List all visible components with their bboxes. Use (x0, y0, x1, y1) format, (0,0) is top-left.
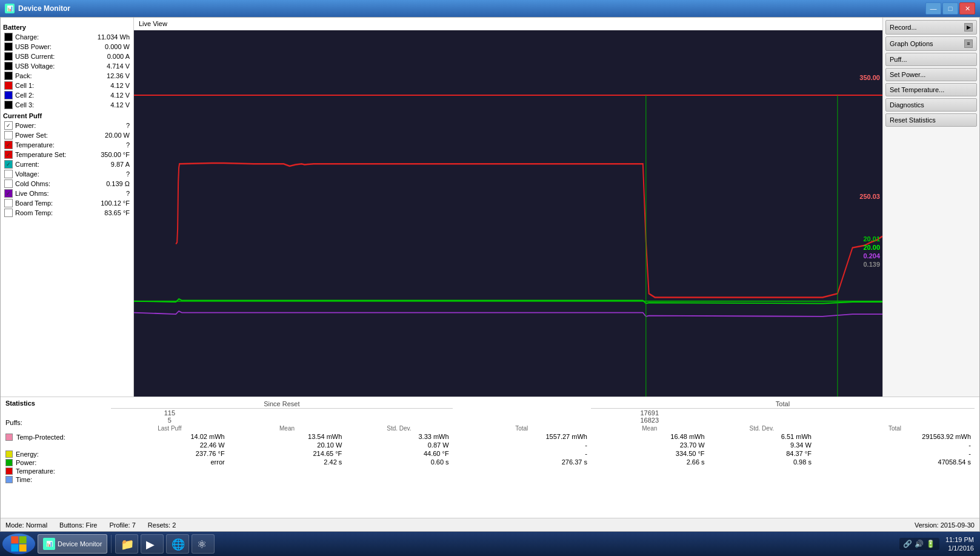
graph-canvas: 350.00 250.03 20.01 20.00 0.204 0.139 (134, 30, 882, 397)
sidebar: Battery Charge: 11.034 Wh USB Power: 0.0… (1, 18, 134, 397)
set-power-label: Set Power... (890, 71, 925, 78)
usb-power-value: 0.000 W (93, 43, 130, 50)
cell3-color (4, 101, 13, 109)
power-row: 22.46 W 20.10 W 0.87 W - 23.70 W 9.34 W … (90, 441, 975, 449)
temperature-row: 237.76 °F 214.65 °F 44.60 °F - 334.50 °F… (90, 449, 975, 458)
cold-ohms-checkbox[interactable] (4, 179, 13, 188)
total-header: Total (591, 400, 975, 409)
atom-icon: ⚛ (197, 538, 209, 550)
taskbar-media[interactable]: ▶ (141, 534, 164, 554)
cell2-color (4, 91, 13, 99)
right-panel: Record... ▶ Graph Options ≡ Puff... Set … (882, 18, 979, 397)
power-set-value: 20.00 W (93, 132, 130, 139)
usb-voltage-color (4, 62, 13, 70)
current-puff-section-title: Current Puff (3, 112, 131, 119)
clock-date: 1/1/2016 (945, 544, 974, 552)
room-temp-checkbox[interactable] (4, 209, 13, 217)
graph-options-label: Graph Options (890, 40, 933, 47)
taskbar-right: 🔗 🔊 🔋 11:19 PM 1/1/2016 (899, 535, 978, 553)
system-clock[interactable]: 11:19 PM 1/1/2016 (942, 535, 978, 553)
taskbar-browser[interactable]: 🌐 (166, 534, 189, 554)
sidebar-row-temperature: Temperature: ? (3, 140, 131, 150)
reset-statistics-button[interactable]: Reset Statistics (885, 113, 977, 127)
sidebar-row-usb-power: USB Power: 0.000 W (3, 42, 131, 52)
sidebar-row-temperature-set: Temperature Set: 350.00 °F (3, 150, 131, 159)
live-ohms-label: Live Ohms: (15, 190, 93, 197)
graph-area: Live View (134, 18, 882, 397)
board-temp-checkbox[interactable] (4, 199, 13, 207)
sidebar-row-charge: Charge: 11.034 Wh (3, 32, 131, 42)
puff-button[interactable]: Puff... (885, 53, 977, 66)
close-button[interactable]: ✕ (959, 2, 975, 15)
power-label: 20.00 (863, 244, 880, 251)
folder-icon: 📁 (121, 538, 133, 550)
mean-header: Mean (228, 424, 346, 432)
set-temperature-button[interactable]: Set Temperature... (885, 83, 977, 96)
room-temp-value: 83.65 °F (93, 209, 130, 216)
maximize-button[interactable]: □ (942, 2, 958, 15)
temp-protected-color (5, 434, 13, 441)
graph-svg (134, 30, 882, 397)
temperature-checkbox[interactable] (4, 141, 13, 149)
room-temp-label: Room Temp: (15, 209, 93, 216)
temperature-label: Temperature: (15, 141, 93, 149)
temp-protected-label: Temp-Protected: (16, 434, 65, 441)
current-checkbox[interactable] (4, 160, 13, 169)
power-label: Power: (15, 122, 93, 129)
sidebar-row-live-ohms: Live Ohms: ? (3, 189, 131, 198)
svg-rect-7 (11, 544, 18, 552)
sidebar-row-room-temp: Room Temp: 83.65 °F (3, 208, 131, 218)
temperature-set-checkbox[interactable] (4, 150, 13, 159)
pack-color (4, 72, 13, 80)
board-temp-value: 100.12 °F (93, 199, 130, 207)
start-button[interactable] (2, 534, 35, 554)
windows-logo (10, 535, 27, 552)
taskbar-folder[interactable]: 📁 (115, 534, 138, 554)
charge-value: 11.034 Wh (93, 33, 130, 41)
live-ohms-value: ? (93, 190, 130, 197)
sidebar-row-usb-current: USB Current: 0.000 A (3, 52, 131, 61)
usb-current-label: USB Current: (15, 53, 93, 60)
power-set-checkbox[interactable] (4, 131, 13, 139)
live-ohms-checkbox[interactable] (4, 189, 13, 198)
voltage-checkbox[interactable] (4, 170, 13, 178)
sidebar-row-power-set: Power Set: 20.00 W (3, 130, 131, 140)
diagnostics-label: Diagnostics (890, 101, 924, 109)
version-status: Version: 2015-09-30 (915, 521, 975, 529)
battery-tray-icon: 🔋 (926, 539, 936, 549)
temp-label: 250.03 (859, 193, 880, 200)
voltage-value: ? (93, 170, 130, 178)
power-checkbox[interactable] (4, 121, 13, 130)
svg-rect-5 (11, 536, 18, 543)
taskbar-device-monitor[interactable]: 📊 Device Monitor (38, 534, 107, 554)
taskbar-app5[interactable]: ⚛ (192, 534, 215, 554)
record-icon: ▶ (964, 23, 973, 32)
diagnostics-button[interactable]: Diagnostics (885, 98, 977, 112)
media-icon: ▶ (146, 538, 158, 550)
network-icon: 🔗 (903, 539, 913, 549)
record-button[interactable]: Record... ▶ (885, 20, 977, 35)
usb-power-label: USB Power: (15, 43, 93, 50)
temp-protected-row: Temp-Protected: (5, 434, 78, 441)
volume-icon: 🔊 (915, 539, 924, 549)
cell1-label: Cell 1: (15, 82, 93, 89)
clock-time: 11:19 PM (945, 535, 974, 544)
sidebar-row-cell2: Cell 2: 4.12 V (3, 90, 131, 100)
current-label: Current: (15, 161, 93, 168)
energy-color (5, 450, 13, 458)
graph-options-icon: ≡ (964, 39, 973, 48)
pack-label: Pack: (15, 72, 93, 79)
sidebar-row-board-temp: Board Temp: 100.12 °F (3, 198, 131, 208)
title-bar-left: 📊 Device Monitor (5, 4, 70, 13)
energy-row: 14.02 mWh 13.54 mWh 3.33 mWh 1557.27 mWh… (90, 432, 975, 441)
temp-stat-color (5, 467, 13, 475)
graph-options-button[interactable]: Graph Options ≡ (885, 36, 977, 51)
std-dev-header: Std. Dev. (345, 424, 452, 432)
app-title: Device Monitor (18, 4, 70, 13)
usb-voltage-label: USB Voltage: (15, 62, 93, 70)
set-power-button[interactable]: Set Power... (885, 68, 977, 81)
usb-current-color (4, 52, 13, 61)
sidebar-row-pack: Pack: 12.36 V (3, 71, 131, 81)
time-color (5, 476, 13, 483)
minimize-button[interactable]: — (925, 2, 941, 15)
